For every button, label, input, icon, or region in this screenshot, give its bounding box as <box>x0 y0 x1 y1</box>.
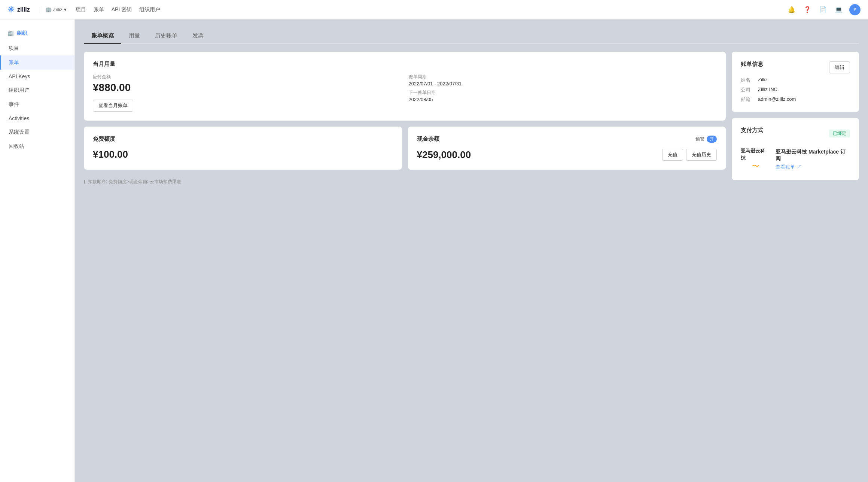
period-value: 2022/07/01 - 2022/07/31 <box>409 81 717 87</box>
amount-label: 应付金额 <box>93 74 401 80</box>
usage-grid: 应付金额 ¥880.00 查看当月账单 账单周期 2022/07/01 - 20… <box>93 74 717 112</box>
edit-billing-button[interactable]: 编辑 <box>829 61 850 73</box>
billing-info-grid: 姓名 Zilliz 公司 Zilliz INC. 邮箱 admin@zilliz… <box>741 77 850 103</box>
current-usage-title: 当月用量 <box>93 61 717 68</box>
company-label: 公司 <box>741 87 750 93</box>
info-icon: ℹ <box>84 179 86 185</box>
tab-invoice[interactable]: 发票 <box>185 28 211 44</box>
alert-toggle-section: 预警 开 <box>695 136 717 143</box>
recharge-history-button[interactable]: 充值历史 <box>686 149 717 161</box>
alert-toggle-button[interactable]: 开 <box>707 136 717 143</box>
right-col: 账单信息 编辑 姓名 Zilliz 公司 Zilliz INC. 邮箱 admi… <box>732 52 859 185</box>
bottom-row: 免费额度 ¥100.00 现金余额 预警 开 <box>84 127 726 170</box>
logo-text: zilliz <box>17 6 30 13</box>
usage-left: 应付金额 ¥880.00 查看当月账单 <box>93 74 401 112</box>
sidebar-item-activities[interactable]: Activities <box>0 112 74 125</box>
amazon-cn-text: 亚马逊云科技 <box>741 148 770 161</box>
payment-provider-name: 亚马逊云科技 Marketplace 订阅 <box>776 149 850 162</box>
cards-left: 当月用量 应付金额 ¥880.00 查看当月账单 账单周期 2022/07/01… <box>84 52 726 185</box>
email-label: 邮箱 <box>741 96 750 103</box>
amazon-logo: 亚马逊云科技 〜 <box>741 148 770 171</box>
period-label: 账单周期 <box>409 74 717 80</box>
main-content: 账单概览 用量 历史账单 发票 当月用量 应付金额 ¥880.00 查看当月账单 <box>75 19 868 482</box>
cash-buttons: 充值 充值历史 <box>662 149 717 161</box>
org-icon: 🏢 <box>45 7 51 12</box>
chevron-down-icon: ▾ <box>64 7 67 12</box>
free-quota-card: 免费额度 ¥100.00 <box>84 127 402 170</box>
avatar[interactable]: Y <box>849 4 861 15</box>
external-link-icon: ↗ <box>797 164 801 170</box>
topnav: ✳ zilliz 🏢 Zilliz ▾ 项目 账单 API 密钥 组织用户 🔔 … <box>0 0 868 19</box>
view-bill-button[interactable]: 查看当月账单 <box>93 100 133 112</box>
billing-info-title: 账单信息 <box>741 61 763 68</box>
cards-grid: 当月用量 应付金额 ¥880.00 查看当月账单 账单周期 2022/07/01… <box>84 52 859 185</box>
company-value: Zilliz INC. <box>758 87 850 93</box>
payment-info: 亚马逊云科技 Marketplace 订阅 查看账单 ↗ <box>776 149 850 170</box>
next-bill-section: 下一账单日期 2022/08/05 <box>409 90 717 102</box>
terminal-icon[interactable]: 💻 <box>834 4 844 15</box>
sidebar-item-events[interactable]: 事件 <box>0 97 74 112</box>
recharge-button[interactable]: 充值 <box>662 149 683 161</box>
current-usage-card: 当月用量 应付金额 ¥880.00 查看当月账单 账单周期 2022/07/01… <box>84 52 726 121</box>
next-bill-label: 下一账单日期 <box>409 90 717 96</box>
logo-star-icon: ✳ <box>7 5 14 15</box>
footer-note: ℹ 扣款顺序: 免费额度>现金余额>云市场扣费渠道 <box>84 179 726 185</box>
free-quota-amount: ¥100.00 <box>93 149 393 160</box>
cash-amount-row: ¥259,000.00 充值 充值历史 <box>417 149 717 161</box>
amazon-smile-icon: 〜 <box>752 161 759 171</box>
free-quota-title: 免费额度 <box>93 136 393 143</box>
tab-history[interactable]: 历史账单 <box>147 28 185 44</box>
nav-projects[interactable]: 项目 <box>76 6 86 13</box>
cash-balance-card: 现金余额 预警 开 ¥259,000.00 充值 充值历史 <box>408 127 726 170</box>
usage-right: 账单周期 2022/07/01 - 2022/07/31 下一账单日期 2022… <box>409 74 717 112</box>
billing-tabs: 账单概览 用量 历史账单 发票 <box>84 28 859 44</box>
bell-icon[interactable]: 🔔 <box>786 4 797 15</box>
billing-period: 账单周期 2022/07/01 - 2022/07/31 <box>409 74 717 87</box>
cash-header: 现金余额 预警 开 <box>417 136 717 143</box>
org-name: Zilliz <box>53 7 63 12</box>
sidebar-item-settings[interactable]: 系统设置 <box>0 125 74 139</box>
layout: 🏢 组织 项目 账单 API Keys 组织用户 事件 Activities 系… <box>0 19 868 482</box>
org-switcher[interactable]: 🏢 Zilliz ▾ <box>39 7 67 12</box>
nav-org-users[interactable]: 组织用户 <box>139 6 160 13</box>
topnav-menu: 项目 账单 API 密钥 组织用户 <box>76 6 160 13</box>
billing-info-card: 账单信息 编辑 姓名 Zilliz 公司 Zilliz INC. 邮箱 admi… <box>732 52 859 112</box>
sidebar-item-api-keys[interactable]: API Keys <box>0 70 74 83</box>
name-value: Zilliz <box>758 77 850 84</box>
sidebar-item-billing[interactable]: 账单 <box>0 55 74 70</box>
docs-icon[interactable]: 📄 <box>818 4 828 15</box>
nav-billing[interactable]: 账单 <box>94 6 104 13</box>
payment-method-card: 支付方式 已绑定 亚马逊云科技 〜 亚马逊云科技 Marketplace 订阅 … <box>732 118 859 180</box>
cash-amount: ¥259,000.00 <box>417 149 471 161</box>
footer-note-text: 扣款顺序: 免费额度>现金余额>云市场扣费渠道 <box>88 179 181 185</box>
cash-title-row: 现金余额 <box>417 136 439 143</box>
payment-status-badge: 已绑定 <box>829 130 850 137</box>
sidebar-item-projects[interactable]: 项目 <box>0 41 74 55</box>
payment-content: 亚马逊云科技 〜 亚马逊云科技 Marketplace 订阅 查看账单 ↗ <box>741 148 850 171</box>
sidebar-section-title: 🏢 组织 <box>0 27 74 41</box>
nav-api-keys[interactable]: API 密钥 <box>112 6 132 13</box>
help-icon[interactable]: ❓ <box>802 4 813 15</box>
topnav-right: 🔔 ❓ 📄 💻 Y <box>786 4 861 15</box>
payment-method-header: 支付方式 已绑定 <box>741 127 850 140</box>
view-bill-link[interactable]: 查看账单 ↗ <box>776 164 801 170</box>
next-bill-value: 2022/08/05 <box>409 97 717 102</box>
payment-method-title: 支付方式 <box>741 127 763 134</box>
sidebar-item-trash[interactable]: 回收站 <box>0 139 74 154</box>
current-amount: ¥880.00 <box>93 82 401 94</box>
tab-usage[interactable]: 用量 <box>121 28 147 44</box>
logo[interactable]: ✳ zilliz <box>7 5 30 15</box>
sidebar: 🏢 组织 项目 账单 API Keys 组织用户 事件 Activities 系… <box>0 19 75 482</box>
cash-balance-title: 现金余额 <box>417 136 439 143</box>
billing-info-header: 账单信息 编辑 <box>741 61 850 74</box>
alert-label: 预警 <box>695 136 704 142</box>
name-label: 姓名 <box>741 77 750 84</box>
org-section-icon: 🏢 <box>7 30 14 36</box>
tab-overview[interactable]: 账单概览 <box>84 28 121 44</box>
sidebar-item-org-users[interactable]: 组织用户 <box>0 83 74 97</box>
email-value: admin@zilliz.com <box>758 96 850 103</box>
